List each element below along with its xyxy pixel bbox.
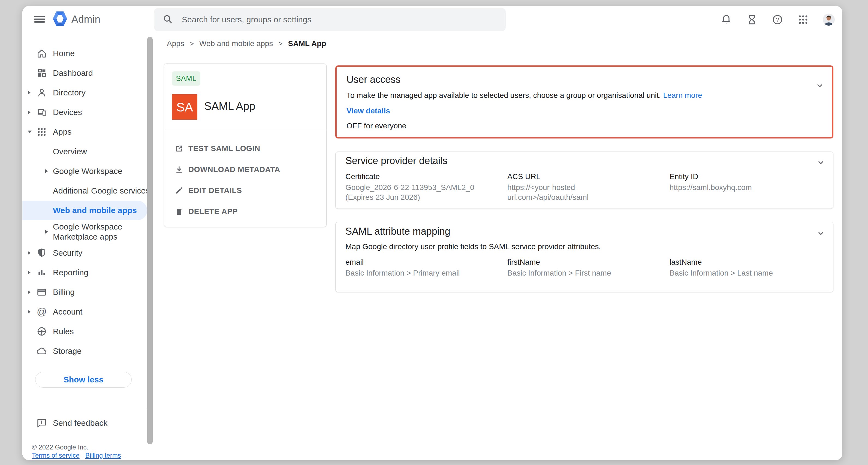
sidebar-item-label: Apps <box>53 127 71 136</box>
sidebar-scrollbar[interactable] <box>147 37 153 444</box>
view-details-link[interactable]: View details <box>346 106 822 115</box>
delete-app-button[interactable]: DELETE APP <box>164 201 326 222</box>
attribute-mapping-description: Map Google directory user profile fields… <box>345 242 823 251</box>
storage-cloud-icon <box>36 345 48 357</box>
caret-right-icon <box>45 169 48 173</box>
app-card-actions: TEST SAML LOGIN DOWNLOAD METADATA <box>164 138 326 222</box>
apps-dots-icon <box>36 126 48 137</box>
show-less-button[interactable]: Show less <box>35 372 132 388</box>
trash-icon <box>174 207 184 216</box>
sidebar-item-label: Dashboard <box>53 68 93 78</box>
topbar-icons: ? <box>720 6 835 33</box>
hamburger-menu-icon[interactable] <box>34 14 45 25</box>
breadcrumb-apps[interactable]: Apps <box>167 39 184 48</box>
caret-right-icon <box>28 251 31 255</box>
sidebar-footer: © 2022 Google Inc. Terms of service - Bi… <box>32 443 125 460</box>
certificate-field: Certificate Google_2026-6-22-113953_SAML… <box>345 172 507 202</box>
panel-stack: User access To make the managed app avai… <box>335 65 833 292</box>
breadcrumb-web-and-mobile-apps[interactable]: Web and mobile apps <box>199 39 273 48</box>
help-icon[interactable]: ? <box>772 13 783 26</box>
sidebar-item-overview[interactable]: Overview <box>22 142 153 161</box>
sidebar-item-label: Devices <box>53 108 82 117</box>
open-in-new-icon <box>174 144 184 153</box>
billing-card-icon <box>36 286 48 298</box>
user-access-panel: User access To make the managed app avai… <box>335 65 833 138</box>
caret-right-icon <box>28 290 31 294</box>
breadcrumb: Apps > Web and mobile apps > SAML App <box>167 39 326 48</box>
billing-terms-link[interactable]: Billing terms <box>85 452 121 459</box>
rules-wheel-icon <box>36 326 48 337</box>
user-access-status: OFF for everyone <box>346 122 822 130</box>
saml-type-badge: SAML <box>172 71 200 86</box>
google-admin-logo-icon <box>53 11 67 28</box>
user-avatar[interactable] <box>823 13 835 26</box>
caret-right-icon <box>28 271 31 275</box>
sidebar-item-storage[interactable]: Storage <box>22 341 153 361</box>
apps-grid-icon[interactable] <box>797 13 809 26</box>
search-icon <box>162 13 173 26</box>
test-saml-login-button[interactable]: TEST SAML LOGIN <box>164 138 326 159</box>
saml-app-card: SAML SA SAML App TEST SAML LOGIN <box>164 63 327 227</box>
terms-of-service-link[interactable]: Terms of service <box>32 452 80 459</box>
send-feedback-button[interactable]: Send feedback <box>22 415 147 431</box>
learn-more-link[interactable]: Learn more <box>663 91 702 99</box>
caret-right-icon <box>45 230 48 234</box>
sidebar-item-rules[interactable]: Rules <box>22 322 153 341</box>
caret-right-icon <box>28 111 31 114</box>
pencil-icon <box>174 186 184 195</box>
dashboard-icon <box>36 67 48 79</box>
main-content: Apps > Web and mobile apps > SAML App SA… <box>153 33 842 460</box>
chevron-down-icon[interactable] <box>816 158 826 168</box>
search-input[interactable] <box>181 15 481 25</box>
edit-details-button[interactable]: EDIT DETAILS <box>164 180 326 201</box>
search-bar[interactable] <box>154 8 506 31</box>
sidebar-item-label: Home <box>53 49 75 58</box>
lastname-mapping: lastName Basic Information > Last name <box>670 258 823 278</box>
feedback-icon <box>36 417 48 429</box>
panel-title: Service provider details <box>345 155 823 166</box>
service-provider-fields: Certificate Google_2026-6-22-113953_SAML… <box>345 172 823 202</box>
chevron-down-icon[interactable] <box>815 81 825 91</box>
security-shield-icon <box>36 247 48 259</box>
sidebar-divider <box>22 410 147 410</box>
sidebar-item-devices[interactable]: Devices <box>22 102 153 122</box>
sidebar-item-google-workspace[interactable]: Google Workspace <box>22 161 153 181</box>
card-divider <box>164 130 326 130</box>
caret-down-icon <box>28 130 32 133</box>
notifications-bell-icon[interactable] <box>720 13 732 26</box>
download-metadata-button[interactable]: DOWNLOAD METADATA <box>164 159 326 180</box>
sidebar-item-web-and-mobile-apps[interactable]: Web and mobile apps <box>22 200 147 220</box>
service-provider-details-panel: Service provider details Certificate Goo… <box>335 152 833 209</box>
sidebar-item-directory[interactable]: Directory <box>22 83 153 102</box>
brand[interactable]: Admin <box>53 11 100 28</box>
sidebar-item-security[interactable]: Security <box>22 243 153 263</box>
app-monogram: SA <box>172 94 197 120</box>
sidebar-item-dashboard[interactable]: Dashboard <box>22 63 153 83</box>
home-icon <box>36 48 48 59</box>
sidebar-item-home[interactable]: Home <box>22 43 153 63</box>
admin-console-window: Admin <box>22 6 842 460</box>
sidebar-nav: Home Dashboard Directory <box>22 33 153 460</box>
user-access-description: To make the managed app available to sel… <box>346 91 822 100</box>
pending-tasks-hourglass-icon[interactable] <box>746 13 758 26</box>
svg-text:?: ? <box>776 17 779 23</box>
devices-icon <box>36 106 48 118</box>
acs-url-field: ACS URL https://<your-hosted-url.com>/ap… <box>507 172 670 202</box>
download-icon <box>174 165 184 175</box>
panel-title: User access <box>346 74 822 85</box>
account-at-icon: @ <box>36 306 48 317</box>
entity-id-field: Entity ID https://saml.boxyhq.com <box>670 172 823 202</box>
sidebar-item-account[interactable]: @ Account <box>22 302 153 322</box>
email-mapping: email Basic Information > Primary email <box>345 258 507 278</box>
breadcrumb-separator: > <box>278 39 282 48</box>
sidebar-item-billing[interactable]: Billing <box>22 282 153 302</box>
breadcrumb-current-page: SAML App <box>288 39 326 48</box>
sidebar-item-additional-google-services[interactable]: Additional Google services <box>22 181 153 200</box>
sidebar-item-reporting[interactable]: Reporting <box>22 263 153 282</box>
chevron-down-icon[interactable] <box>816 229 826 239</box>
copyright-text: © 2022 Google Inc. <box>32 443 125 452</box>
sidebar-item-marketplace-apps[interactable]: Google Workspace Marketplace apps <box>22 220 153 243</box>
sidebar-item-apps[interactable]: Apps <box>22 122 153 142</box>
top-bar: Admin <box>22 6 842 33</box>
breadcrumb-separator: > <box>190 39 194 48</box>
